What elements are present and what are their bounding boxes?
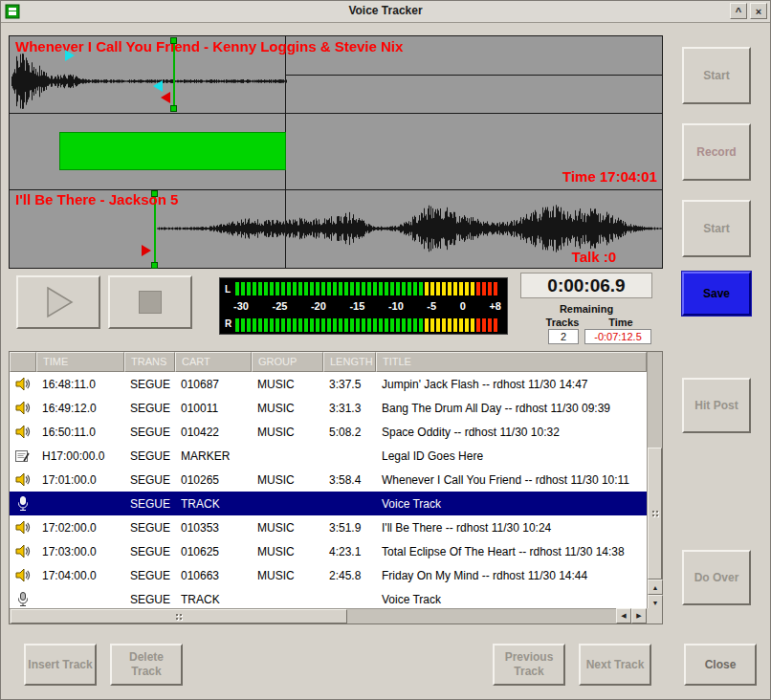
cell-time: 17:03:00.0	[36, 545, 124, 558]
speaker-icon	[10, 520, 36, 535]
marker-icon	[10, 449, 36, 463]
list-item[interactable]: SEGUETRACKVoice Track	[10, 587, 647, 608]
list-item[interactable]: 16:48:11.0SEGUE010687MUSIC3:37.5Jumpin' …	[10, 372, 647, 396]
meter-segment	[293, 318, 297, 332]
list-item[interactable]: 17:04:00.0SEGUE010663MUSIC2:45.8Friday O…	[10, 563, 647, 587]
cell-length: 3:51.9	[323, 521, 376, 535]
col-title[interactable]: TITLE	[376, 352, 647, 372]
meter-segment	[333, 282, 337, 295]
horizontal-scrollbar[interactable]: ◀ ▶	[10, 608, 647, 623]
track2-start-marker-icon[interactable]	[142, 245, 151, 256]
scroll-up-button[interactable]: ▲	[648, 580, 663, 595]
list-item[interactable]: H17:00:00.0SEGUEMARKERLegal ID Goes Here	[10, 444, 647, 468]
cell-length: 3:37.5	[323, 378, 376, 391]
do-over-button[interactable]: Do Over	[682, 550, 751, 605]
col-icon[interactable]	[10, 352, 36, 372]
col-trans[interactable]: TRANS	[124, 352, 175, 372]
remaining-time-label: Time	[592, 317, 650, 328]
record-button[interactable]: Record	[682, 123, 751, 181]
shade-button[interactable]: ^	[730, 3, 747, 19]
meter-segment	[471, 282, 474, 295]
close-window-button[interactable]: ×	[750, 3, 767, 19]
meter-segment	[442, 318, 446, 332]
pane1-subdivider	[286, 75, 662, 76]
meter-scale: -30-25-20-15-10-50+8	[233, 298, 501, 313]
delete-track-button[interactable]: Delete Track	[110, 644, 183, 686]
cell-title: Legal ID Goes Here	[376, 449, 647, 463]
track2-marker-handle-bottom[interactable]	[151, 262, 158, 269]
fadeup-marker-icon[interactable]	[65, 50, 75, 61]
list-body[interactable]: 16:48:11.0SEGUE010687MUSIC3:37.5Jumpin' …	[10, 372, 647, 608]
col-cart[interactable]: CART	[175, 352, 252, 372]
meter-segment	[488, 282, 492, 295]
hit-post-button[interactable]: Hit Post	[682, 378, 751, 433]
vertical-scrollbar-thumb[interactable]	[648, 448, 662, 580]
list-item[interactable]: 17:01:00.0SEGUE010265MUSIC3:58.4Whenever…	[10, 468, 647, 492]
speaker-icon	[10, 544, 36, 558]
track2-marker-handle-top[interactable]	[151, 190, 158, 197]
scroll-left-button[interactable]: ◀	[616, 608, 631, 623]
meter-segment	[253, 282, 256, 295]
list-item[interactable]: 17:03:00.0SEGUE010625MUSIC4:23.1Total Ec…	[10, 539, 647, 563]
voicetrack-region[interactable]	[59, 132, 286, 170]
cell-cart: TRACK	[175, 593, 252, 606]
meter-segment	[453, 318, 457, 332]
meter-segment	[408, 318, 411, 332]
col-length[interactable]: LENGTH	[323, 352, 376, 372]
play-button[interactable]	[16, 275, 100, 329]
voice-tracker-window: Voice Tracker ^ × Whenever I Call You Fr…	[0, 0, 771, 700]
meter-segment	[350, 282, 354, 295]
cell-time: 16:49:12.0	[36, 402, 124, 415]
stop-button[interactable]	[108, 275, 192, 329]
meter-segment	[298, 318, 302, 332]
fadedown-marker-icon[interactable]	[153, 80, 163, 92]
meter-segment	[321, 282, 325, 295]
cell-time: 17:04:00.0	[36, 569, 124, 582]
meter-segment	[333, 318, 337, 332]
list-item[interactable]: 17:02:00.0SEGUE010353MUSIC3:51.9I'll Be …	[10, 515, 647, 539]
meter-segment	[425, 318, 429, 332]
meter-segment	[476, 282, 480, 295]
meter-segment	[425, 282, 429, 295]
track1-marker-handle-top[interactable]	[170, 37, 177, 44]
next-track-button[interactable]: Next Track	[579, 644, 651, 686]
cell-trans: SEGUE	[124, 449, 175, 463]
meter-scale-label: -5	[427, 300, 436, 312]
titlebar[interactable]: Voice Tracker ^ ×	[1, 1, 770, 23]
track1-marker-handle-bottom[interactable]	[170, 105, 177, 112]
meter-segment	[264, 282, 268, 295]
cell-group: MUSIC	[252, 521, 323, 535]
meter-segment	[442, 282, 446, 295]
pane-divider-2	[10, 189, 662, 190]
horizontal-scrollbar-thumb[interactable]	[11, 609, 347, 623]
list-item[interactable]: 16:49:12.0SEGUE010011MUSIC3:31.3Bang The…	[10, 396, 647, 420]
start-track2-button[interactable]: Start	[682, 200, 751, 257]
meter-segment	[390, 318, 394, 332]
previous-track-button[interactable]: Previous Track	[493, 644, 565, 686]
log-list[interactable]: TIMETRANSCARTGROUPLENGTHTITLE 16:48:11.0…	[9, 351, 663, 624]
insert-track-button[interactable]: Insert Track	[24, 644, 97, 686]
cell-length: 2:45.8	[323, 569, 376, 582]
cell-title: Jumpin' Jack Flash -- rdhost 11/30 14:47	[376, 378, 647, 391]
meter-segment	[344, 282, 348, 295]
meter-segment	[453, 282, 457, 295]
meter-segment	[310, 318, 314, 332]
list-item[interactable]: SEGUETRACKVoice Track	[10, 492, 647, 515]
start-track1-button[interactable]: Start	[682, 47, 751, 104]
close-button[interactable]: Close	[684, 644, 757, 686]
vertical-scrollbar[interactable]: ▲ ▼	[647, 352, 662, 610]
cell-title: Space Oddity -- rdhost 11/30 10:32	[376, 426, 647, 439]
meter-segment	[396, 282, 400, 295]
list-item[interactable]: 16:50:11.0SEGUE010422MUSIC5:08.2Space Od…	[10, 420, 647, 444]
scrollbar-corner	[647, 608, 662, 623]
scroll-right-button[interactable]: ▶	[631, 608, 647, 623]
meter-segment	[494, 318, 497, 332]
col-time[interactable]: TIME	[36, 352, 124, 372]
meter-segment	[339, 282, 342, 295]
meter-segment	[235, 318, 239, 332]
track1-end-marker-icon[interactable]	[161, 92, 170, 103]
meter-segment	[344, 318, 348, 332]
save-button[interactable]: Save	[682, 272, 751, 316]
col-group[interactable]: GROUP	[252, 352, 323, 372]
tracker-panel[interactable]: Whenever I Call You Friend - Kenny Loggi…	[9, 35, 663, 269]
